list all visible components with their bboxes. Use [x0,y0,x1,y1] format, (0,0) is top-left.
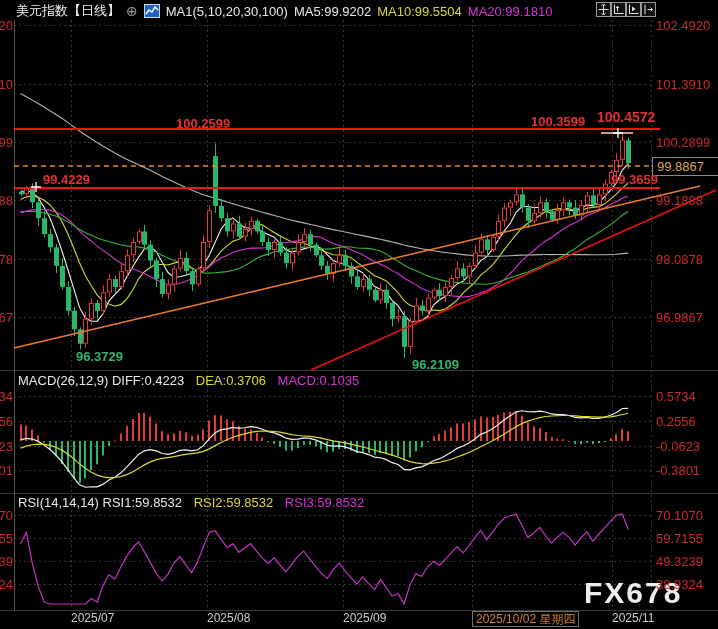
rsi-axis-label-left-text: 49.3239 [0,554,13,568]
price-axis-label: 99.1888 [656,193,703,208]
rsi-axis-label: 70.1070 [656,508,703,523]
macd-axis-label-left: -0.0623 [0,439,13,453]
macd-diff-value: MACD(26,12,9) DIFF:0.4223 [18,373,184,388]
price-axis-label: 96.9867 [656,309,703,324]
price-axis-label-left-text: 98.0878 [0,252,13,266]
symbol-title: 美元指数【日线】 [16,2,120,20]
ma-group-label: MA1(5,10,20,30,100) [166,4,288,19]
date-axis-label: 2025/09 [343,611,386,625]
selected-date-label: 2025/10/02 星期四 [472,611,579,627]
price-axis-label-left: 98.0878 [0,252,13,266]
rsi-axis-label-left: 70.1070 [0,508,13,522]
rsi3-value: RSI3:59.8532 [285,495,365,510]
price-axis-label-left: 96.9867 [0,310,13,324]
rsi-axis-label-left: 59.7155 [0,531,13,545]
rsi1-value: RSI(14,14,14) RSI1:59.8532 [18,495,182,510]
rsi-axis-label: 38.9324 [656,577,703,592]
price-axis-label-left: 100.2899 [0,135,13,149]
price-axis-label: 100.2899 [656,134,710,149]
price-axis-label-left-text: 100.2899 [0,135,13,149]
price-axis-label: 101.3910 [656,76,710,91]
macd-axis-label: -0.3801 [656,463,700,478]
rsi-axis-label-left: 49.3239 [0,554,13,568]
price-axis-label-left-text: 102.4920 [0,18,13,32]
axis-play-icon[interactable] [626,2,641,17]
date-axis-label: 2025/08 [207,611,250,625]
rsi2-value: RSI2:59.8532 [194,495,274,510]
price-annotation-label: 100.2599 [176,116,230,131]
rsi-axis-label-left-text: 59.7155 [0,531,13,545]
macd-header: MACD(26,12,9) DIFF:0.4223 DEA:0.3706 MAC… [18,373,359,388]
rsi-axis-label: 59.7155 [656,531,703,546]
macd-axis-label-left-text: -0.0623 [0,439,13,453]
rsi-axis-label: 49.3239 [656,554,703,569]
macd-axis-label-left-text: 0.2556 [0,414,13,428]
macd-axis-label-left: 0.5734 [0,389,13,403]
chart-window: 美元指数【日线】 ⊕ MA1(5,10,20,30,100) MA5:99.92… [0,0,718,629]
price-chart-canvas[interactable] [0,0,718,629]
crosshair-move-icon[interactable] [596,2,611,17]
price-annotation-label: 96.2109 [412,357,459,372]
ma5-value: MA5:99.9202 [294,4,371,19]
price-axis-label-left: 101.3910 [0,77,13,91]
rsi-axis-label-left-text: 38.9324 [0,577,13,591]
line-chart-icon[interactable] [144,4,160,18]
axis-zoom-up-icon[interactable] [611,2,626,17]
macd-axis-label: -0.0623 [656,439,700,454]
circle-plus-icon[interactable]: ⊕ [126,3,138,19]
price-annotation-label: 99.3659 [611,172,658,187]
date-axis-label: 2025/11 [612,611,655,625]
price-axis-label-left-text: 101.3910 [0,77,13,91]
ma10-value: MA10:99.5504 [377,4,462,19]
macd-axis-label-left-text: -0.3801 [0,463,13,477]
price-axis-label-left: 102.4920 [0,18,13,32]
price-annotation-label: 100.3599 [531,114,585,129]
macd-dea-value: DEA:0.3706 [196,373,266,388]
date-axis-label: 2025/10/02 星期四 [472,611,579,628]
price-axis-label-left: 99.1888 [0,193,13,207]
price-annotation-label: 99.4229 [43,172,90,187]
rsi-axis-label-left: 38.9324 [0,577,13,591]
price-axis-label: 102.4920 [656,18,710,33]
price-annotation-label: 100.4572 [597,109,655,125]
price-axis-label-left-text: 99.1888 [0,193,13,207]
price-axis-label: 98.0878 [656,251,703,266]
macd-bar-value: MACD:0.1035 [278,373,360,388]
macd-axis-label: 0.5734 [656,389,696,404]
macd-axis-label: 0.2556 [656,414,696,429]
current-price-tag: 99.8867 [652,157,718,176]
macd-axis-label-left: -0.3801 [0,463,13,477]
ma20-value: MA20:99.1810 [468,4,553,19]
price-annotation-label: 96.3729 [76,349,123,364]
chart-header: 美元指数【日线】 ⊕ MA1(5,10,20,30,100) MA5:99.92… [16,2,552,20]
date-axis-label: 2025/07 [71,611,114,625]
rsi-axis-label-left-text: 70.1070 [0,508,13,522]
exit-right-icon[interactable] [641,2,656,17]
macd-axis-label-left: 0.2556 [0,414,13,428]
price-axis-label-left-text: 96.9867 [0,310,13,324]
rsi-header: RSI(14,14,14) RSI1:59.8532 RSI2:59.8532 … [18,495,364,510]
macd-axis-label-left-text: 0.5734 [0,389,13,403]
